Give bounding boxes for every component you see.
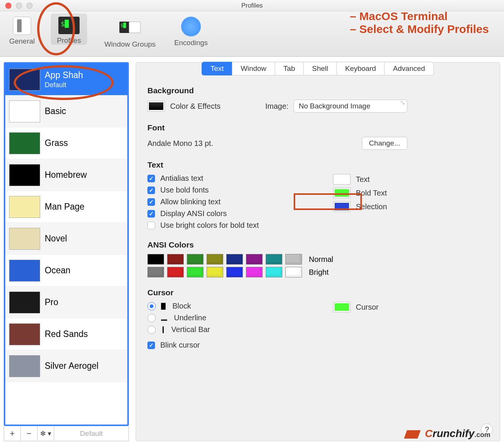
- cursor-vbar-label: Vertical Bar: [171, 325, 210, 334]
- profile-row[interactable]: Basic: [5, 96, 127, 127]
- profile-row[interactable]: Pro: [5, 287, 127, 318]
- ansi-color-well[interactable]: [246, 254, 263, 265]
- ansi-color-well[interactable]: [167, 254, 184, 265]
- blink-cursor-checkbox[interactable]: [147, 342, 155, 349]
- toolbar-encodings[interactable]: Encodings: [173, 14, 209, 47]
- blinking-text-label: Allow blinking text: [160, 197, 221, 206]
- profile-thumb: [9, 260, 40, 282]
- ansi-color-well[interactable]: [246, 267, 263, 277]
- cursor-color-well[interactable]: [333, 302, 351, 312]
- toolbar-profiles[interactable]: Profiles: [51, 14, 87, 45]
- ansi-bright-row: Bright: [147, 267, 488, 277]
- block-icon: [161, 303, 166, 310]
- profile-name: Red Sands: [45, 329, 88, 339]
- bright-bold-checkbox[interactable]: [147, 222, 155, 229]
- antialias-checkbox[interactable]: [147, 175, 155, 182]
- background-color-label: Color & Effects: [170, 102, 221, 111]
- profile-thumb: [9, 132, 40, 154]
- font-value: Andale Mono 13 pt.: [147, 139, 213, 148]
- profile-thumb: [9, 228, 40, 250]
- preferences-toolbar: General Profiles Window Groups Encodings…: [0, 11, 504, 57]
- close-window-button[interactable]: [5, 3, 11, 9]
- ansi-color-well[interactable]: [167, 267, 184, 277]
- ansi-color-well[interactable]: [285, 254, 302, 265]
- window-controls: [0, 3, 33, 9]
- tab-keyboard[interactable]: Keyboard: [337, 62, 385, 75]
- text-color-well[interactable]: [333, 174, 351, 185]
- ansi-color-well[interactable]: [187, 267, 203, 277]
- profile-row[interactable]: Ocean: [5, 255, 127, 287]
- profile-actions-menu[interactable]: ✻ ▾: [38, 426, 54, 441]
- ansi-color-well[interactable]: [207, 254, 223, 265]
- profile-row[interactable]: Red Sands: [5, 318, 127, 350]
- ansi-color-well[interactable]: [207, 267, 223, 277]
- profile-row[interactable]: App ShahDefault: [5, 64, 127, 96]
- cursor-underline-radio[interactable]: [147, 314, 156, 322]
- toolbar-encodings-label: Encodings: [174, 39, 208, 47]
- background-image-popup[interactable]: No Background Image: [294, 100, 407, 113]
- selection-color-label: Selection: [356, 202, 387, 211]
- tab-shell[interactable]: Shell: [303, 62, 337, 75]
- tab-advanced[interactable]: Advanced: [384, 62, 434, 75]
- bold-fonts-checkbox[interactable]: [147, 186, 155, 194]
- profile-name: Basic: [45, 106, 66, 116]
- ansi-color-well[interactable]: [147, 267, 164, 277]
- profile-name: Novel: [45, 233, 67, 243]
- ansi-color-well[interactable]: [226, 267, 243, 277]
- profile-row[interactable]: Homebrew: [5, 159, 127, 191]
- profile-row[interactable]: Silver Aerogel: [5, 350, 127, 382]
- bold-fonts-label: Use bold fonts: [160, 186, 209, 194]
- text-heading: Text: [147, 160, 488, 169]
- blink-cursor-label: Blink cursor: [160, 341, 200, 349]
- profile-name: Grass: [45, 138, 68, 148]
- zoom-window-button[interactable]: [27, 3, 33, 9]
- cursor-block-radio[interactable]: [147, 302, 156, 310]
- ansi-color-well[interactable]: [285, 267, 302, 277]
- ansi-row-label: Normal: [309, 255, 333, 264]
- toolbar-window-groups[interactable]: Window Groups: [98, 14, 162, 49]
- ansi-color-well[interactable]: [266, 254, 282, 265]
- set-default-button[interactable]: Default: [54, 426, 128, 441]
- window-groups-icon: [119, 17, 141, 38]
- globe-icon: [181, 17, 201, 36]
- tab-tab[interactable]: Tab: [275, 62, 304, 75]
- toolbar-general[interactable]: General: [4, 14, 40, 45]
- tab-text[interactable]: Text: [202, 62, 232, 75]
- remove-profile-button[interactable]: −: [21, 426, 38, 441]
- tab-window[interactable]: Window: [232, 62, 275, 75]
- cursor-underline-label: Underline: [174, 313, 207, 322]
- profile-row[interactable]: Grass: [5, 127, 127, 159]
- ansi-color-well[interactable]: [226, 254, 243, 265]
- profile-thumb: [9, 291, 40, 313]
- selection-color-well[interactable]: [333, 201, 351, 212]
- profiles-sidebar: App ShahDefaultBasicGrassHomebrewMan Pag…: [4, 62, 129, 441]
- background-heading: Background: [147, 86, 488, 95]
- profile-subtitle: Default: [45, 81, 83, 89]
- profiles-footer: + − ✻ ▾ Default: [4, 426, 129, 441]
- profile-thumb: [9, 323, 40, 345]
- profile-row[interactable]: Man Page: [5, 191, 127, 223]
- change-font-button[interactable]: Change...: [362, 137, 407, 150]
- ansi-colors-checkbox[interactable]: [147, 210, 155, 218]
- add-profile-button[interactable]: +: [4, 426, 21, 441]
- bold-text-color-well[interactable]: [333, 188, 351, 198]
- toolbar-profiles-label: Profiles: [57, 36, 81, 45]
- blinking-text-checkbox[interactable]: [147, 198, 155, 206]
- cursor-heading: Cursor: [147, 288, 488, 297]
- profile-thumb: [9, 196, 40, 218]
- profiles-list[interactable]: App ShahDefaultBasicGrassHomebrewMan Pag…: [4, 62, 129, 426]
- general-icon: [13, 17, 31, 35]
- background-color-well[interactable]: [147, 101, 165, 111]
- profile-row[interactable]: Novel: [5, 223, 127, 255]
- cursor-vbar-radio[interactable]: [147, 326, 156, 334]
- ansi-color-well[interactable]: [147, 254, 164, 265]
- minimize-window-button[interactable]: [16, 3, 22, 9]
- ansi-normal-row: Normal: [147, 254, 488, 265]
- main-content: App ShahDefaultBasicGrassHomebrewMan Pag…: [0, 57, 504, 445]
- ansi-color-well[interactable]: [266, 267, 282, 277]
- toolbar-groups-label: Window Groups: [104, 40, 155, 49]
- settings-panel: TextWindowTabShellKeyboardAdvanced Backg…: [136, 62, 500, 441]
- ansi-color-well[interactable]: [187, 254, 203, 265]
- underline-icon: [161, 315, 167, 321]
- profile-name: Man Page: [45, 202, 85, 212]
